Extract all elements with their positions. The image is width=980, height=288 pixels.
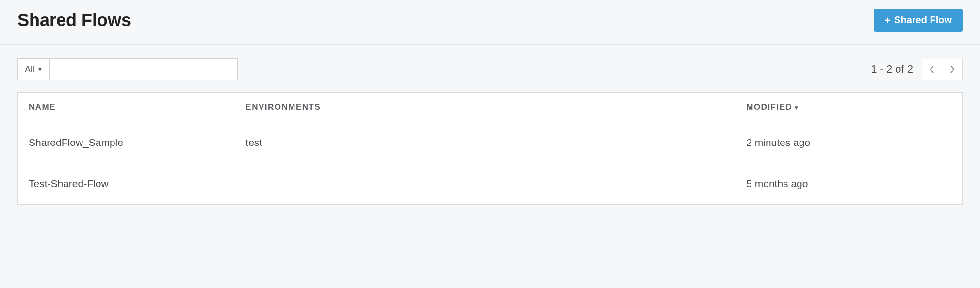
cell-environments — [235, 163, 735, 205]
pager-prev-button[interactable] — [922, 59, 942, 80]
table-row[interactable]: Test-Shared-Flow 5 months ago — [18, 163, 963, 205]
filter-label: All — [25, 64, 34, 75]
create-shared-flow-button[interactable]: + Shared Flow — [874, 9, 963, 32]
pager-next-button[interactable] — [942, 59, 963, 80]
caret-down-icon: ▼ — [37, 66, 43, 72]
search-input[interactable] — [49, 58, 238, 80]
sort-descending-icon: ▼ — [793, 104, 800, 111]
toolbar: All ▼ 1 - 2 of 2 — [17, 58, 963, 80]
plus-icon: + — [884, 16, 890, 25]
create-button-label: Shared Flow — [894, 15, 952, 26]
cell-name: SharedFlow_Sample — [18, 122, 235, 163]
column-header-modified[interactable]: MODIFIED▼ — [735, 93, 962, 122]
column-header-modified-label: MODIFIED — [746, 102, 792, 112]
chevron-left-icon — [930, 65, 934, 73]
pager — [922, 59, 963, 80]
column-header-name[interactable]: NAME — [18, 93, 235, 122]
chevron-right-icon — [950, 65, 955, 73]
filter-dropdown[interactable]: All ▼ — [17, 58, 49, 80]
column-header-environments-label: ENVIRONMENTS — [245, 102, 321, 112]
cell-modified: 5 months ago — [735, 163, 962, 205]
pagination-summary: 1 - 2 of 2 — [871, 63, 913, 76]
column-header-environments[interactable]: ENVIRONMENTS — [235, 93, 735, 122]
page-title: Shared Flows — [17, 10, 131, 31]
table-header-row: NAME ENVIRONMENTS MODIFIED▼ — [18, 93, 963, 122]
cell-environments: test — [235, 122, 735, 163]
shared-flows-table: NAME ENVIRONMENTS MODIFIED▼ SharedFlow_S… — [17, 92, 963, 205]
page-header: Shared Flows + Shared Flow — [0, 0, 980, 45]
cell-name: Test-Shared-Flow — [18, 163, 235, 205]
column-header-name-label: NAME — [29, 102, 56, 112]
cell-modified: 2 minutes ago — [735, 122, 962, 163]
table-row[interactable]: SharedFlow_Sample test 2 minutes ago — [18, 122, 963, 163]
